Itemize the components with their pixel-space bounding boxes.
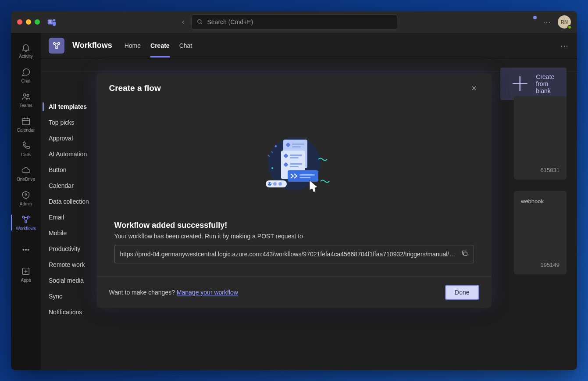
app-tabs: HomeCreateChat [125,34,192,57]
rail-chat[interactable]: Chat [11,63,41,87]
rail-phone[interactable]: Calls [11,137,41,161]
rail-label: OneDrive [17,177,35,182]
svg-point-6 [27,94,29,97]
svg-point-12 [22,216,25,218]
svg-rect-34 [292,146,301,147]
titlebar: T ‹ › Search (Cmd+E) ⋯ RN [11,11,577,33]
presence-indicator [567,25,572,29]
copy-icon [461,250,468,257]
window-minimize[interactable] [26,19,31,25]
template-card[interactable]: webhook 195149 [514,191,567,274]
apps-icon [21,266,31,277]
rail-more[interactable] [11,237,41,262]
tab-home[interactable]: Home [125,34,141,57]
calendar-icon [21,116,31,126]
svg-point-5 [24,94,26,97]
app-window: T ‹ › Search (Cmd+E) ⋯ RN ActivityChatTe… [11,11,577,370]
rail-label: Teams [19,103,32,108]
done-button[interactable]: Done [445,285,479,300]
rail-cloud[interactable]: OneDrive [11,161,41,186]
svg-point-13 [27,216,29,218]
svg-rect-44 [299,177,310,178]
rail-workflows[interactable]: Workflows [11,210,41,235]
rail-bell[interactable]: Activity [11,38,41,63]
success-illustration [114,107,474,221]
template-usage-count: 615831 [541,167,559,173]
svg-point-16 [25,249,27,251]
cloud-icon [21,165,31,176]
rail-label: Calendar [17,128,35,133]
manage-workflow-link[interactable]: Manage your workflow [177,289,238,296]
workflows-icon [21,214,31,225]
window-close[interactable] [17,19,22,25]
svg-rect-43 [299,174,315,176]
footer-text: Want to make changes? Manage your workfl… [109,289,238,296]
rail-people[interactable]: Teams [11,87,41,112]
svg-rect-38 [290,157,299,158]
rail-label: Apps [21,278,31,283]
window-maximize[interactable] [35,19,40,25]
success-heading: Workflow added successfully! [114,221,474,230]
bell-icon [21,42,31,53]
modal-title: Create a flow [109,83,161,93]
people-icon [21,91,31,102]
more-icon [21,244,31,255]
svg-point-14 [25,221,27,223]
svg-point-15 [23,249,24,251]
rail-label: Activity [19,54,33,59]
titlebar-more-button[interactable]: ⋯ [543,17,552,27]
webhook-url-box: https://prod-04.germanywestcentral.logic… [114,245,474,263]
rail-label: Admin [20,201,32,206]
webhook-url[interactable]: https://prod-04.germanywestcentral.logic… [120,251,457,258]
teams-logo-icon: T [47,17,57,27]
workflows-app-icon [49,38,64,54]
success-description: Your workflow has been created. Run it b… [114,233,474,240]
rail-label: Workflows [16,226,36,231]
svg-point-3 [197,20,201,23]
plus-icon [507,71,533,97]
svg-rect-40 [290,163,302,165]
create-from-blank-button[interactable]: Create from blank [500,68,567,100]
app-title: Workflows [72,41,112,50]
create-blank-label: Create from blank [536,73,559,94]
sub-bar [41,58,577,72]
rail-label: Calls [21,152,31,157]
rail-calendar[interactable]: Calendar [11,112,41,137]
svg-rect-41 [290,166,299,167]
modal-close-button[interactable] [469,83,479,93]
notification-indicator [533,16,537,19]
template-usage-count: 195149 [541,262,559,268]
window-controls [17,19,40,25]
svg-point-11 [25,194,27,195]
svg-rect-33 [292,144,304,145]
search-placeholder-text: Search (Cmd+E) [207,18,253,25]
close-icon [471,85,477,91]
admin-icon [21,190,31,200]
svg-point-51 [271,167,273,169]
svg-point-50 [278,182,282,186]
svg-point-46 [268,182,271,186]
app-more-button[interactable]: ⋯ [560,41,569,50]
svg-point-2 [53,19,56,22]
user-avatar[interactable]: RN [558,15,571,29]
svg-point-47 [268,183,269,184]
svg-point-17 [28,249,29,251]
global-search[interactable]: Search (Cmd+E) [191,14,397,29]
rail-label: Chat [21,79,30,83]
app-rail: ActivityChatTeamsCalendarCallsOneDriveAd… [11,33,41,370]
back-button[interactable]: ‹ [182,18,184,26]
tab-chat[interactable]: Chat [179,34,192,57]
template-card[interactable]: 615831 [514,96,567,180]
tab-create[interactable]: Create [150,34,170,57]
svg-rect-7 [22,119,30,125]
rail-apps[interactable]: Apps [11,262,41,287]
avatar-initials: RN [561,19,568,25]
svg-text:T: T [49,20,51,24]
chat-icon [21,67,31,77]
svg-line-4 [200,23,202,24]
svg-rect-42 [288,170,318,182]
search-icon [197,19,203,25]
rail-admin[interactable]: Admin [11,186,41,210]
svg-rect-52 [463,252,467,255]
copy-url-button[interactable] [461,250,468,259]
